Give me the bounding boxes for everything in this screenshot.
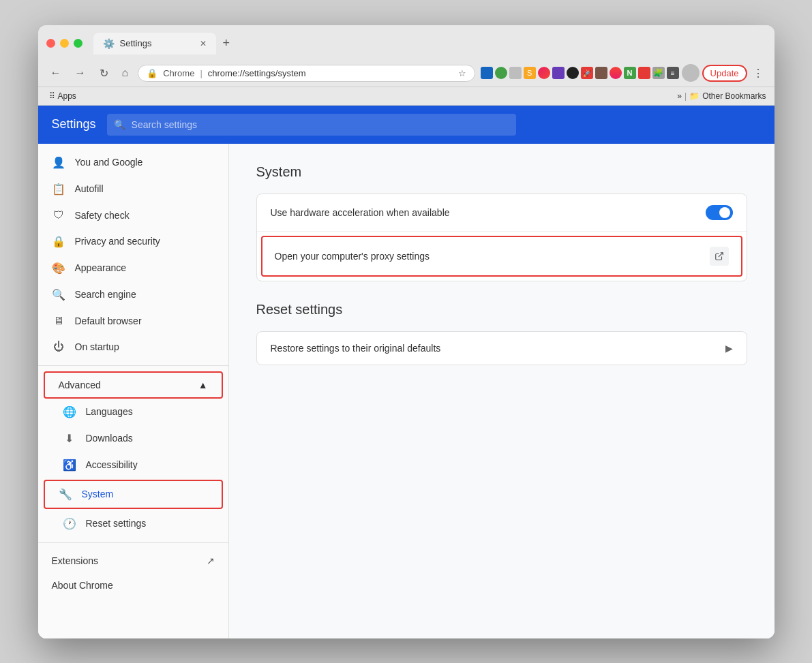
ext-icon-11[interactable] [638,67,650,79]
sidebar-item-reset-settings[interactable]: 🕐 Reset settings [38,510,228,537]
title-bar-top: ⚙️ Settings ✕ + [46,32,766,55]
sidebar-item-about-chrome[interactable]: About Chrome [38,573,228,598]
settings-header: Settings 🔍 [38,106,775,144]
home-button[interactable]: ⌂ [118,64,133,82]
sidebar-divider-2 [38,542,228,543]
system-section-title: System [256,164,747,180]
sidebar-label: Appearance [75,262,127,273]
search-wrapper: 🔍 [107,114,516,136]
menu-button[interactable]: ⋮ [750,64,766,82]
sidebar-item-search-engine[interactable]: 🔍 Search engine [38,281,228,308]
search-input[interactable] [107,114,516,136]
ext-puzzle-icon[interactable]: 🧩 [652,67,665,79]
main-content: System Use hardware acceleration when av… [229,144,775,638]
svg-line-0 [718,252,722,256]
sidebar-divider [38,365,228,366]
close-button[interactable] [46,39,55,48]
sidebar-item-accessibility[interactable]: ♿ Accessibility [38,452,228,478]
toolbar: ← → ↻ ⌂ 🔒 Chrome | chrome://settings/sys… [38,60,775,87]
advanced-section-header[interactable]: Advanced ▲ [44,371,223,399]
settings-tab-icon: ⚙️ [103,38,115,49]
person-icon: 👤 [52,156,65,169]
ext-icon-3[interactable] [509,67,522,79]
update-button[interactable]: Update [702,65,747,82]
star-icon[interactable]: ☆ [458,68,466,78]
extensions-label: Extensions [52,555,98,566]
reset-icon: 🕐 [63,517,76,530]
sidebar-item-privacy-security[interactable]: 🔒 Privacy and security [38,228,228,255]
ext-icon-1[interactable] [481,67,493,79]
new-tab-button[interactable]: + [216,32,237,55]
sidebar-item-you-and-google[interactable]: 👤 You and Google [38,149,228,176]
more-bookmarks-icon[interactable]: » [677,91,682,101]
restore-defaults-row[interactable]: Restore settings to their original defau… [257,332,747,365]
sidebar-item-on-startup[interactable]: ⏻ On startup [38,334,228,360]
separator: | [200,68,202,78]
settings-page: Settings 🔍 👤 You and Google 📋 Autofill [38,106,775,638]
sidebar-item-autofill[interactable]: 📋 Autofill [38,176,228,202]
download-icon: ⬇ [63,432,76,445]
ext-icon-4[interactable]: S [524,67,536,79]
ext-icon-6[interactable] [552,67,565,79]
sidebar-item-languages[interactable]: 🌐 Languages [38,399,228,425]
settings-page-title: Settings [52,117,96,132]
hardware-acceleration-toggle[interactable] [706,205,733,220]
forward-button[interactable]: → [71,64,90,82]
ext-icon-9[interactable] [595,67,607,79]
proxy-settings-label: Open your computer's proxy settings [275,251,430,262]
maximize-button[interactable] [74,39,82,48]
sidebar-item-appearance[interactable]: 🎨 Appearance [38,255,228,281]
settings-tab[interactable]: ⚙️ Settings ✕ [93,33,216,55]
sidebar-item-system[interactable]: 🔧 System [45,481,222,508]
apps-bookmark[interactable]: ⠿ Apps [46,90,79,102]
apps-grid-icon: ⠿ [49,91,55,101]
back-button[interactable]: ← [46,64,65,82]
reset-settings-card: Restore settings to their original defau… [256,331,747,365]
proxy-settings-row[interactable]: Open your computer's proxy settings [261,236,742,277]
toggle-slider [706,205,733,220]
settings-body: 👤 You and Google 📋 Autofill 🛡 Safety che… [38,144,775,638]
sidebar-label: Search engine [75,289,136,300]
other-bookmarks-label[interactable]: Other Bookmarks [702,91,766,101]
system-item-wrapper: 🔧 System [44,480,223,509]
folder-icon: 📁 [689,91,700,101]
chevron-up-icon: ▲ [198,380,208,390]
reset-section: Reset settings Restore settings to their… [256,302,747,365]
system-section: System Use hardware acceleration when av… [256,164,747,281]
reset-section-title: Reset settings [256,302,747,318]
sidebar-label: On startup [75,341,119,352]
sidebar-item-downloads[interactable]: ⬇ Downloads [38,425,228,452]
search-engine-icon: 🔍 [52,288,65,301]
profile-avatar[interactable] [682,64,700,82]
sidebar-label: Languages [86,406,133,417]
sidebar-item-default-browser[interactable]: 🖥 Default browser [38,308,228,334]
settings-tab-label: Settings [120,38,152,48]
ext-icon-7[interactable] [567,67,579,79]
ext-icon-2[interactable] [495,67,507,79]
default-browser-icon: 🖥 [52,315,65,327]
ext-icon-8[interactable]: 🚀 [581,67,593,79]
advanced-label: Advanced [59,380,101,390]
sidebar-item-safety-check[interactable]: 🛡 Safety check [38,202,228,228]
autofill-icon: 📋 [52,183,65,196]
external-link-icon: ↗ [207,555,215,566]
hardware-acceleration-label: Use hardware acceleration when available [271,207,450,218]
reload-button[interactable]: ↻ [95,64,112,82]
separator: | [685,91,687,101]
lock-icon: 🔒 [147,68,157,78]
tab-close-button[interactable]: ✕ [200,39,207,48]
bookmarks-more: » | 📁 Other Bookmarks [677,91,766,101]
browser-window: ⚙️ Settings ✕ + ← → ↻ ⌂ 🔒 Chrome | chrom… [38,25,775,638]
palette-icon: 🎨 [52,262,65,275]
sidebar-item-extensions[interactable]: Extensions ↗ [38,549,228,573]
minimize-button[interactable] [60,39,69,48]
ext-icon-5[interactable] [538,67,550,79]
extension-icons: S 🚀 N 🧩 ≡ [481,67,679,79]
address-bar[interactable]: 🔒 Chrome | chrome://settings/system ☆ [138,65,475,82]
ext-icon-10[interactable] [610,67,622,79]
ext-list-icon[interactable]: ≡ [667,67,679,79]
sidebar-label: System [82,489,114,499]
ext-icon-n[interactable]: N [624,67,636,79]
proxy-external-link-icon[interactable] [710,247,729,266]
tabs-row: ⚙️ Settings ✕ + [93,32,237,55]
